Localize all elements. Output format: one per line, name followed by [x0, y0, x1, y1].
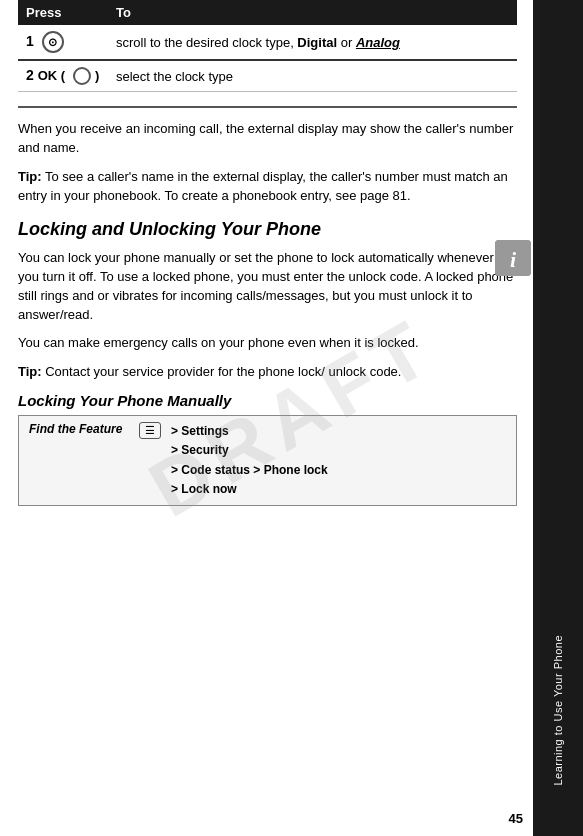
find-feature-label: Find the Feature [29, 422, 139, 436]
table-header-press: Press [18, 0, 108, 25]
tip-1-label: Tip: [18, 169, 42, 184]
table-cell-press-2: 2 OK ( ) [18, 60, 108, 92]
ok-close-paren: ) [95, 68, 99, 83]
table-cell-to-1: scroll to the desired clock type, Digita… [108, 25, 517, 60]
svg-text:i: i [510, 247, 517, 272]
section-divider [18, 106, 517, 108]
sidebar-label: Learning to Use Your Phone [552, 635, 564, 786]
table-header-to: To [108, 0, 517, 25]
digital-label: Digital [297, 35, 337, 50]
info-icon-container: i [495, 240, 531, 276]
paragraph-3: You can make emergency calls on your pho… [18, 334, 517, 353]
table-cell-to-2: select the clock type [108, 60, 517, 92]
or-text: or [337, 35, 356, 50]
step-1: > Settings [171, 422, 328, 441]
ok-button-label: OK ( [38, 68, 65, 83]
page-number: 45 [509, 811, 523, 826]
table-row: 1 ⊙ scroll to the desired clock type, Di… [18, 25, 517, 60]
scroll-text: scroll to the desired clock type, [116, 35, 297, 50]
row-number-2: 2 [26, 67, 34, 83]
table-row: 2 OK ( ) select the clock type [18, 60, 517, 92]
ok-icon [73, 67, 91, 85]
find-feature-box: Find the Feature ☰ > Settings > Security… [18, 415, 517, 506]
analog-label: Analog [356, 35, 400, 50]
paragraph-1: When you receive an incoming call, the e… [18, 120, 517, 158]
tip-2-label: Tip: [18, 364, 42, 379]
right-sidebar: Learning to Use Your Phone [533, 0, 583, 836]
tip-1: Tip: To see a caller's name in the exter… [18, 168, 517, 206]
main-content: Press To 1 ⊙ scroll to the desired clock… [0, 0, 535, 836]
step-3: > Code status > Phone lock [171, 461, 328, 480]
step-2: > Security [171, 441, 328, 460]
phone-menu-icon: ☰ [139, 422, 161, 439]
tip-2: Tip: Contact your service provider for t… [18, 363, 517, 382]
section-heading-locking: Locking and Unlocking Your Phone [18, 218, 517, 241]
tip-1-text: To see a caller's name in the external d… [18, 169, 508, 203]
nav-icon: ⊙ [42, 31, 64, 53]
info-icon: i [495, 240, 531, 276]
table-cell-press-1: 1 ⊙ [18, 25, 108, 60]
paragraph-2: You can lock your phone manually or set … [18, 249, 517, 324]
press-table: Press To 1 ⊙ scroll to the desired clock… [18, 0, 517, 92]
find-feature-steps: > Settings > Security > Code status > Ph… [171, 422, 328, 499]
tip-2-text: Contact your service provider for the ph… [42, 364, 402, 379]
step-4: > Lock now [171, 480, 328, 499]
sub-heading-manual: Locking Your Phone Manually [18, 392, 517, 409]
row-number-1: 1 [26, 33, 34, 49]
